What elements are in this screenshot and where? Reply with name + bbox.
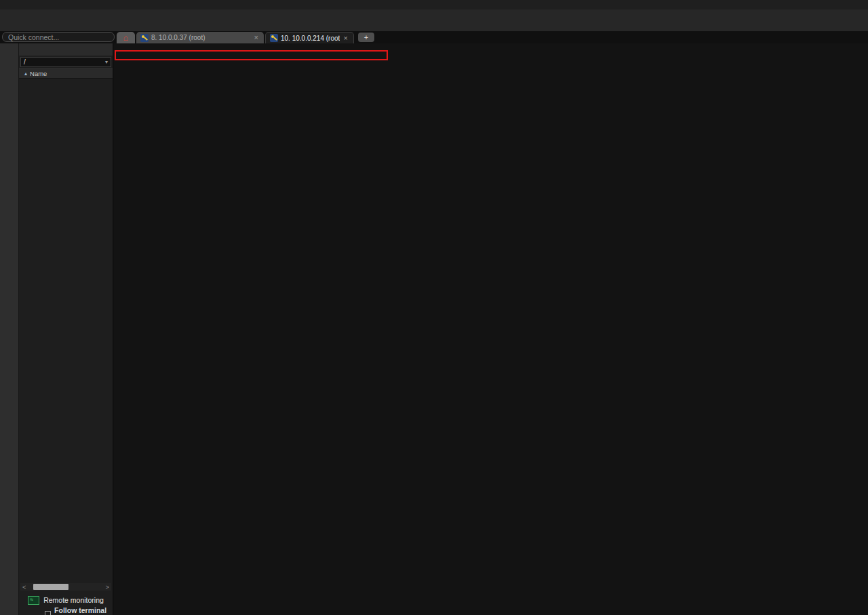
scroll-right-icon[interactable]: > bbox=[104, 584, 111, 591]
tab-bar: ⌂ 8. 10.0.0.37 (root) × 10. 10.0.0.214 (… bbox=[0, 31, 868, 43]
tab-session-2[interactable]: 10. 10.0.0.214 (root) × bbox=[265, 32, 354, 43]
ssh-key-icon bbox=[270, 34, 278, 42]
home-icon: ⌂ bbox=[123, 33, 129, 42]
file-list bbox=[19, 79, 113, 615]
follow-terminal-checkbox[interactable]: Follow terminal folder bbox=[45, 609, 113, 615]
chevron-down-icon: ▾ bbox=[105, 59, 108, 65]
column-header-label: Name bbox=[30, 70, 47, 77]
ssh-key-icon bbox=[140, 34, 149, 42]
tab-home[interactable]: ⌂ bbox=[117, 32, 135, 43]
annotation-red-box bbox=[115, 50, 388, 60]
scrollbar-thumb[interactable] bbox=[33, 584, 68, 590]
sidebar-icon-strip bbox=[0, 43, 19, 615]
new-tab-button[interactable]: + bbox=[358, 33, 374, 42]
follow-terminal-label: Follow terminal folder bbox=[54, 606, 113, 615]
file-browser-panel: / ▾ ▴ Name < > Remote monitoring Follow … bbox=[19, 43, 114, 615]
name-column-header[interactable]: ▴ Name bbox=[19, 68, 113, 79]
close-icon[interactable]: × bbox=[253, 34, 260, 41]
path-combobox[interactable]: / ▾ bbox=[20, 57, 111, 67]
tab-label: 8. 10.0.0.37 (root) bbox=[151, 34, 205, 41]
menu-bar bbox=[0, 0, 868, 9]
file-browser-toolbar bbox=[19, 43, 113, 56]
remote-monitoring-label: Remote monitoring bbox=[43, 596, 104, 604]
horizontal-scrollbar[interactable]: < > bbox=[20, 583, 111, 591]
sort-asc-icon: ▴ bbox=[24, 71, 27, 77]
remote-monitoring-button[interactable]: Remote monitoring bbox=[19, 593, 113, 607]
tab-session-1[interactable]: 8. 10.0.0.37 (root) × bbox=[136, 32, 264, 43]
scroll-left-icon[interactable]: < bbox=[20, 584, 28, 591]
terminal-output[interactable] bbox=[114, 43, 868, 615]
checkbox-icon[interactable] bbox=[45, 611, 51, 615]
tab-label: 10. 10.0.0.214 (root) bbox=[281, 35, 340, 42]
main-toolbar bbox=[0, 9, 868, 32]
path-value: / bbox=[24, 58, 26, 66]
quick-connect-input[interactable] bbox=[2, 32, 115, 42]
monitor-icon bbox=[28, 596, 39, 605]
close-icon[interactable]: × bbox=[342, 35, 349, 42]
